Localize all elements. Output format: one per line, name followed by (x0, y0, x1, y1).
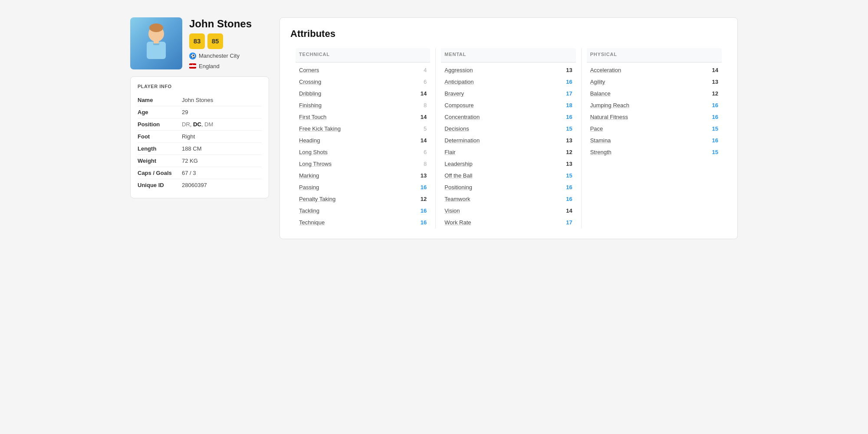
attr-row: Teamwork 16 (441, 193, 575, 205)
attr-name-crossing[interactable]: Crossing (299, 79, 321, 85)
attr-row: Tackling 16 (296, 205, 430, 217)
attr-name-acceleration[interactable]: Acceleration (590, 67, 621, 73)
attr-name-agility[interactable]: Agility (590, 79, 605, 85)
nation-flag (189, 63, 196, 69)
attr-row: Marking 13 (296, 170, 430, 181)
attr-name-aggression[interactable]: Aggression (444, 67, 473, 73)
attr-name-free-kick[interactable]: Free Kick Taking (299, 125, 341, 132)
value-uid: 28060397 (182, 182, 207, 188)
attr-name-work-rate[interactable]: Work Rate (444, 219, 471, 226)
attr-name-jumping-reach[interactable]: Jumping Reach (590, 102, 629, 108)
attr-name-finishing[interactable]: Finishing (299, 102, 322, 108)
value-length: 188 CM (182, 145, 202, 152)
attr-row: Penalty Taking 12 (296, 193, 430, 205)
attr-name-teamwork[interactable]: Teamwork (444, 196, 470, 202)
attr-row: Dribbling 14 (296, 88, 430, 99)
attr-value-dribbling: 14 (416, 90, 427, 97)
attr-value-leadership: 13 (562, 161, 572, 167)
attr-row: Concentration 16 (441, 111, 575, 123)
attr-row: Natural Fitness 16 (587, 111, 722, 123)
attr-row: Off the Ball 15 (441, 170, 575, 181)
attr-row: Long Throws 8 (296, 158, 430, 170)
player-header: John Stones 83 85 ⚽ Manchester City Engl… (130, 17, 269, 69)
attr-value-bravery: 17 (562, 90, 572, 97)
svg-rect-4 (154, 40, 159, 43)
attr-name-dribbling[interactable]: Dribbling (299, 90, 321, 97)
position-dm: DM (204, 121, 213, 128)
attr-value-corners: 4 (416, 67, 427, 73)
attr-value-crossing: 6 (416, 79, 427, 85)
attr-row: Free Kick Taking 5 (296, 123, 430, 135)
attr-name-passing[interactable]: Passing (299, 184, 319, 191)
attr-name-penalty-taking[interactable]: Penalty Taking (299, 196, 335, 202)
attr-value-determination: 13 (562, 137, 572, 144)
attr-name-off-the-ball[interactable]: Off the Ball (444, 172, 472, 179)
club-icon: ⚽ (189, 53, 196, 59)
player-info-title: PLAYER INFO (138, 84, 262, 89)
attr-row: Passing 16 (296, 181, 430, 193)
attr-name-vision[interactable]: Vision (444, 207, 460, 214)
attr-name-natural-fitness[interactable]: Natural Fitness (590, 114, 628, 120)
attr-value-heading: 14 (416, 137, 427, 144)
mental-column: MENTAL Aggression 13 Anticipation 16 Bra… (436, 48, 581, 228)
attr-value-finishing: 8 (416, 102, 427, 108)
attr-name-leadership[interactable]: Leadership (444, 161, 472, 167)
attr-row: First Touch 14 (296, 111, 430, 123)
attr-value-aggression: 13 (562, 67, 572, 73)
attr-name-composure[interactable]: Composure (444, 102, 473, 108)
attr-value-free-kick: 5 (416, 125, 427, 132)
attributes-title: Attributes (290, 28, 727, 39)
label-weight: Weight (138, 158, 177, 164)
value-weight: 72 KG (182, 158, 198, 164)
attr-name-concentration[interactable]: Concentration (444, 114, 480, 120)
attr-row: Jumping Reach 16 (587, 99, 722, 111)
technical-header: TECHNICAL (296, 48, 430, 62)
attr-name-long-shots[interactable]: Long Shots (299, 149, 328, 155)
attr-name-long-throws[interactable]: Long Throws (299, 161, 332, 167)
attr-name-stamina[interactable]: Stamina (590, 137, 611, 144)
info-row-name: Name John Stones (138, 94, 262, 106)
attr-row: Positioning 16 (441, 181, 575, 193)
right-panel: Attributes TECHNICAL Corners 4 Crossing … (279, 17, 738, 239)
value-age: 29 (182, 109, 188, 115)
attr-name-strength[interactable]: Strength (590, 149, 612, 155)
label-caps: Caps / Goals (138, 170, 177, 176)
player-nation: England (189, 63, 252, 69)
attr-value-stamina: 16 (708, 137, 718, 144)
attr-name-technique[interactable]: Technique (299, 219, 325, 226)
attr-name-marking[interactable]: Marking (299, 172, 319, 179)
attr-name-decisions[interactable]: Decisions (444, 125, 469, 132)
attr-value-penalty-taking: 12 (416, 196, 427, 202)
attr-row: Aggression 13 (441, 64, 575, 76)
value-foot: Right (182, 133, 195, 140)
attr-value-long-shots: 6 (416, 149, 427, 155)
club-name: Manchester City (199, 53, 240, 59)
attr-value-long-throws: 8 (416, 161, 427, 167)
attr-name-pace[interactable]: Pace (590, 125, 603, 132)
attr-name-corners[interactable]: Corners (299, 67, 319, 73)
attr-row: Decisions 15 (441, 123, 575, 135)
attr-name-tackling[interactable]: Tackling (299, 207, 319, 214)
attr-name-flair[interactable]: Flair (444, 149, 455, 155)
attr-row: Anticipation 16 (441, 76, 575, 88)
attr-name-first-touch[interactable]: First Touch (299, 114, 326, 120)
physical-column: PHYSICAL Acceleration 14 Agility 13 Bala… (582, 48, 727, 228)
info-row-age: Age 29 (138, 106, 262, 118)
left-panel: John Stones 83 85 ⚽ Manchester City Engl… (130, 17, 269, 239)
player-photo (130, 17, 182, 69)
attr-value-passing: 16 (416, 184, 427, 191)
attr-value-technique: 16 (416, 219, 427, 226)
attr-value-decisions: 15 (562, 125, 572, 132)
attr-name-positioning[interactable]: Positioning (444, 184, 472, 191)
attr-row: Leadership 13 (441, 158, 575, 170)
attr-name-bravery[interactable]: Bravery (444, 90, 464, 97)
label-length: Length (138, 145, 177, 152)
label-position: Position (138, 121, 177, 128)
attr-name-balance[interactable]: Balance (590, 90, 611, 97)
physical-header: PHYSICAL (587, 48, 722, 62)
attr-name-heading[interactable]: Heading (299, 137, 320, 144)
attr-name-anticipation[interactable]: Anticipation (444, 79, 473, 85)
attr-name-determination[interactable]: Determination (444, 137, 480, 144)
attr-row: Acceleration 14 (587, 64, 722, 76)
info-row-uid: Unique ID 28060397 (138, 179, 262, 191)
